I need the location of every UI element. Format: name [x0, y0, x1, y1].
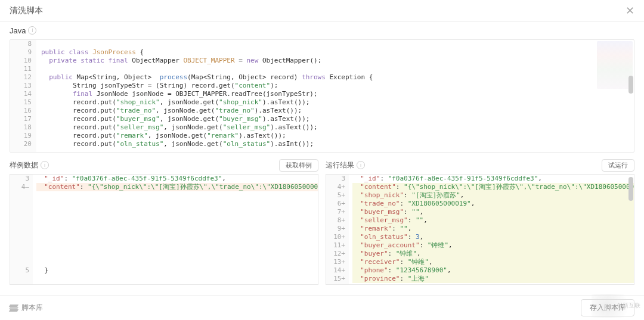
- result-panel: 运行结果 i 试运行 34+5+6+7+8+9+10+11+12+13+14+1…: [326, 159, 634, 285]
- sample-editor[interactable]: 34–5 "_id": "f0a0376f-a8ec-435f-91f5-534…: [10, 174, 318, 285]
- run-button[interactable]: 试运行: [602, 159, 634, 172]
- result-gutter: 34+5+6+7+8+9+10+11+12+13+14+15+16: [326, 175, 349, 284]
- editor-gutter: 891011121314151617181920: [10, 40, 36, 152]
- library-label: 脚本库: [21, 303, 43, 313]
- close-icon[interactable]: ✕: [626, 5, 634, 16]
- result-code[interactable]: "_id": "f0a0376f-a8ec-435f-91f5-5349f6cd…: [349, 175, 634, 284]
- info-icon[interactable]: i: [357, 161, 365, 169]
- info-icon[interactable]: i: [41, 161, 49, 169]
- language-row: Java i: [0, 21, 644, 39]
- scrollbar[interactable]: [628, 76, 633, 94]
- result-title: 运行结果: [326, 160, 354, 170]
- scrollbar[interactable]: [628, 177, 633, 201]
- editor-code[interactable]: public class JsonProcess { private stati…: [36, 40, 634, 152]
- footer: 脚本库 存入脚本库: [0, 295, 644, 320]
- code-editor[interactable]: 891011121314151617181920 public class Js…: [10, 39, 634, 153]
- watermark: 创新互联: [592, 294, 640, 318]
- sample-title: 样例数据: [10, 160, 38, 170]
- sample-panel: 样例数据 i 获取样例 34–5 "_id": "f0a0376f-a8ec-4…: [10, 159, 318, 285]
- result-editor[interactable]: 34+5+6+7+8+9+10+11+12+13+14+15+16 "_id":…: [326, 174, 634, 285]
- sample-gutter: 34–5: [10, 175, 33, 284]
- dialog-header: 清洗脚本 ✕: [0, 0, 644, 21]
- script-library-button[interactable]: 脚本库: [10, 303, 43, 313]
- dialog-title: 清洗脚本: [10, 5, 43, 16]
- language-label: Java: [10, 26, 26, 35]
- sample-code[interactable]: "_id": "f0a0376f-a8ec-435f-91f5-5349f6cd…: [33, 175, 318, 284]
- info-icon[interactable]: i: [28, 26, 36, 35]
- layers-icon: [10, 305, 18, 312]
- fetch-sample-button[interactable]: 获取样例: [279, 159, 318, 172]
